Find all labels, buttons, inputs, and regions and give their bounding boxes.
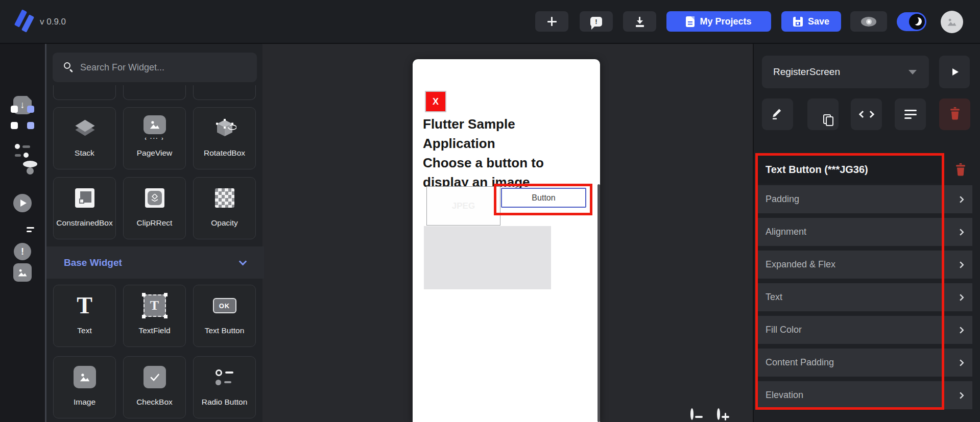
align-icon [904, 110, 917, 119]
rail-item-image[interactable] [0, 263, 45, 282]
constrainedbox-icon [75, 178, 94, 218]
delete-widget-button[interactable] [952, 160, 969, 179]
widget-card-cliprrect[interactable]: ClipRRect [123, 177, 186, 239]
property-row-text[interactable]: Text [757, 283, 972, 311]
gray-placeholder-box[interactable] [424, 226, 551, 289]
widget-card-checkbox[interactable]: CheckBox [123, 356, 186, 418]
design-canvas: X Flutter SampleApplicationChoose a butt… [262, 44, 753, 422]
zoom-out-button[interactable] [690, 410, 694, 419]
plus-icon [547, 17, 557, 26]
widget-card-image[interactable]: Image [53, 356, 116, 418]
property-row-padding[interactable]: Padding [757, 185, 972, 213]
selected-widget-title: Text Button (***JG36) [766, 164, 868, 176]
property-row-elevation[interactable]: Elevation [757, 381, 972, 409]
zoom-in-button[interactable] [717, 410, 720, 419]
widget-card-pageview[interactable]: ‹ ··· ›PageView [123, 107, 186, 169]
run-button[interactable] [939, 56, 970, 88]
rail-item-sliders[interactable] [0, 144, 45, 158]
search-input[interactable] [80, 62, 249, 73]
rail-item-download-file[interactable]: ↓ [0, 96, 45, 114]
screen-selector-dropdown[interactable]: RegisterScreen [762, 56, 929, 88]
properties-panel: RegisterScreen Text Button (***JG36) Pad… [753, 44, 980, 422]
widget-label: Radio Button [202, 398, 248, 407]
text-icon: T [77, 285, 92, 326]
property-label: Alignment [766, 227, 806, 237]
sliders-icon [15, 144, 30, 158]
chevron-right-icon [957, 326, 964, 333]
section-title: Base Widget [64, 257, 122, 268]
property-label: Content Padding [766, 357, 834, 368]
widget-label: TextField [138, 326, 170, 335]
heading-line: Choose a button to [423, 153, 596, 172]
image-icon [946, 16, 958, 28]
trash-button[interactable] [939, 98, 970, 130]
widget-card-partial[interactable] [193, 85, 256, 100]
download-icon [635, 16, 645, 27]
property-row-expanded-flex[interactable]: Expanded & Flex [757, 251, 972, 279]
widget-label: ClipRRect [137, 218, 173, 228]
my-projects-button[interactable]: My Projects [666, 11, 771, 32]
rail-item-play-circle[interactable] [0, 194, 45, 212]
save-button[interactable]: Save [781, 11, 841, 32]
phone-preview[interactable]: X Flutter SampleApplicationChoose a butt… [413, 59, 600, 422]
copy-button[interactable] [807, 98, 839, 130]
text-button-widget[interactable]: Button [501, 188, 586, 208]
code-button[interactable] [851, 98, 882, 130]
widget-label: Opacity [211, 218, 238, 228]
align-button[interactable] [895, 98, 926, 130]
widget-card-stack[interactable]: Stack [53, 107, 116, 169]
widget-card-constrainedbox[interactable]: ConstrainedBox [53, 177, 116, 239]
feedback-button[interactable]: ! [580, 11, 613, 32]
property-row-fill-color[interactable]: Fill Color [757, 316, 972, 344]
feedback-icon: ! [590, 17, 602, 27]
rotatedbox-icon [213, 108, 236, 148]
play-icon [952, 68, 959, 76]
rail-item-alert[interactable]: ! [0, 243, 45, 260]
chevron-right-icon [957, 195, 964, 203]
widget-card-opacity[interactable]: Opacity [193, 177, 256, 239]
widget-label: CheckBox [136, 398, 173, 407]
image-icon [13, 263, 32, 282]
widget-label: ConstrainedBox [56, 218, 112, 228]
widget-label: Text [77, 326, 91, 335]
trash-icon [949, 107, 961, 122]
widget-card-partial[interactable] [53, 85, 116, 100]
version-label: v 0.9.0 [40, 17, 66, 27]
widget-card-partial[interactable] [123, 85, 186, 100]
search-icon [64, 62, 74, 72]
base-widget-section-header[interactable]: Base Widget [46, 246, 264, 279]
property-row-content-padding[interactable]: Content Padding [757, 349, 972, 377]
avatar[interactable] [941, 11, 963, 33]
jpeg-placeholder-box[interactable]: JPEG [426, 186, 500, 226]
widget-card-textfield[interactable]: TTextField [123, 285, 186, 347]
chevron-right-icon [957, 391, 964, 399]
download-button[interactable] [623, 11, 656, 32]
close-badge[interactable]: X [425, 91, 446, 112]
heading-line: Flutter Sample [423, 114, 596, 134]
widget-card-radio-button[interactable]: Radio Button [193, 356, 256, 418]
widget-search[interactable] [53, 53, 257, 82]
preview-button[interactable] [850, 11, 887, 32]
app-heading[interactable]: Flutter SampleApplicationChoose a button… [423, 114, 596, 192]
moon-icon [909, 14, 925, 30]
property-row-alignment[interactable]: Alignment [757, 218, 972, 246]
textfield-icon: T [144, 285, 166, 326]
property-label: Expanded & Flex [766, 259, 835, 270]
property-label: Padding [766, 194, 799, 205]
widget-card-text[interactable]: TText [53, 285, 116, 347]
save-label: Save [808, 16, 829, 27]
dark-mode-toggle[interactable] [897, 12, 926, 31]
new-project-button[interactable] [535, 11, 568, 32]
selected-widget-header: Text Button (***JG36) [757, 155, 942, 184]
widget-card-text-button[interactable]: OKText Button [193, 285, 256, 347]
phone-scrollbar[interactable] [597, 184, 600, 422]
zoom-out-icon [690, 408, 694, 420]
cliprrect-icon [145, 178, 164, 218]
checkbox-icon [144, 357, 166, 398]
pencil-button[interactable] [762, 98, 793, 130]
code-icon [860, 112, 873, 117]
widget-card-rotatedbox[interactable]: RotatedBox [193, 107, 256, 169]
property-label: Elevation [766, 390, 803, 401]
widget-label: Image [74, 398, 95, 407]
chevron-right-icon [957, 359, 964, 366]
